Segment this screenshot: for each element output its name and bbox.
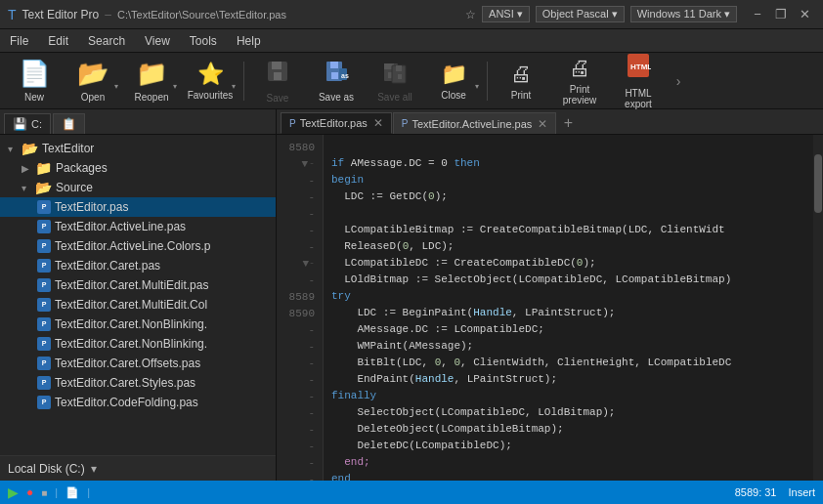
code-line-10: LDC := BeginPaint(Handle, LPaintStruct); bbox=[331, 307, 615, 318]
tree-item-caret[interactable]: P TextEditor.Caret.pas bbox=[0, 256, 276, 275]
file-badge-9: P bbox=[37, 376, 51, 390]
minimize-button[interactable]: − bbox=[747, 4, 768, 25]
close-button[interactable]: ✕ bbox=[794, 4, 815, 25]
tree-label-file9: TextEditor.Caret.Styles.pas bbox=[55, 376, 195, 390]
title-separator: – bbox=[105, 8, 111, 21]
status-sep2: | bbox=[87, 486, 90, 498]
print-button[interactable]: 🖨 Print bbox=[493, 57, 549, 105]
line-num-dot4: - bbox=[277, 205, 323, 222]
editor-tab-icon-1: P bbox=[289, 118, 296, 129]
favourites-button[interactable]: ⭐ Favourites ▾ bbox=[182, 57, 238, 105]
svg-rect-12 bbox=[396, 65, 402, 71]
status-file-icon: 📄 bbox=[65, 486, 79, 499]
vertical-scrollbar[interactable] bbox=[813, 135, 823, 481]
code-line-11: AMessage.DC := LCompatibleDC; bbox=[331, 323, 544, 335]
tree-item-nonblinking2[interactable]: P TextEditor.Caret.NonBlinking. bbox=[0, 334, 276, 354]
drive-arrow[interactable]: ▾ bbox=[91, 462, 97, 476]
save-button[interactable]: Save bbox=[249, 57, 306, 105]
tab-drive-c[interactable]: 💾 C: bbox=[4, 113, 51, 134]
code-line-3: LDC := GetDC(0); bbox=[331, 190, 448, 202]
status-record[interactable]: ● bbox=[26, 485, 33, 499]
file-badge-7: P bbox=[37, 337, 51, 351]
code-line-2: begin bbox=[331, 174, 364, 186]
line-numbers: 8580 ▼- - - - - - ▼- - 8589 8590 - - - -… bbox=[277, 135, 324, 481]
tree-item-offsets[interactable]: P TextEditor.Caret.Offsets.pas bbox=[0, 354, 276, 373]
status-stop[interactable]: ■ bbox=[41, 487, 47, 498]
scrollbar-thumb[interactable] bbox=[814, 154, 822, 213]
bookmark-icon[interactable]: ☆ bbox=[465, 8, 476, 21]
new-tab-button[interactable]: + bbox=[557, 112, 579, 134]
print-preview-button[interactable]: 🖨 Print preview bbox=[551, 57, 608, 105]
status-play[interactable]: ▶ bbox=[8, 484, 19, 500]
close-file-button[interactable]: 📁 Close ▾ bbox=[425, 57, 482, 105]
theme-selector[interactable]: Windows 11 Dark ▾ bbox=[630, 6, 737, 22]
tree-item-caret-multiedit[interactable]: P TextEditor.Caret.MultiEdit.pas bbox=[0, 275, 276, 295]
saveas-button[interactable]: as Save as bbox=[308, 57, 365, 105]
html-export-label: HTML export bbox=[611, 88, 666, 109]
line-num-8580: 8580 bbox=[277, 139, 323, 155]
editor-tab-activeline[interactable]: P TextEditor.ActiveLine.pas ✕ bbox=[393, 112, 557, 134]
tree-item-activeline[interactable]: P TextEditor.ActiveLine.pas bbox=[0, 217, 276, 236]
tree-arrow-texteditor: ▾ bbox=[8, 144, 22, 154]
tree-item-activeline-colors[interactable]: P TextEditor.ActiveLine.Colors.p bbox=[0, 236, 276, 256]
line-num-dot16: - bbox=[277, 438, 323, 454]
tree-item-codefolding[interactable]: P TextEditor.CodeFolding.pas bbox=[0, 393, 276, 412]
language-selector[interactable]: Object Pascal ▾ bbox=[536, 6, 625, 22]
reopen-arrow: ▾ bbox=[173, 82, 177, 91]
svg-rect-4 bbox=[330, 62, 338, 68]
code-line-17: DeleteObject(LCompatibleBitmap); bbox=[331, 423, 564, 435]
line-num-dot7: ▼- bbox=[277, 255, 323, 272]
left-panel-bottom: Local Disk (C:) ▾ bbox=[0, 455, 276, 481]
menu-item-edit[interactable]: Edit bbox=[38, 29, 78, 52]
open-icon: 📂 bbox=[77, 59, 108, 89]
menu-item-help[interactable]: Help bbox=[227, 29, 271, 52]
menu-item-file[interactable]: File bbox=[0, 29, 38, 52]
code-line-20: end bbox=[331, 473, 351, 481]
line-num-dot1: ▼- bbox=[277, 155, 323, 172]
menu-item-search[interactable]: Search bbox=[78, 29, 135, 52]
tree-item-nonblinking1[interactable]: P TextEditor.Caret.NonBlinking. bbox=[0, 315, 276, 334]
folder-open-icon-source: 📂 bbox=[35, 180, 52, 195]
toolbar-more[interactable]: › bbox=[669, 57, 688, 105]
code-content[interactable]: if AMessage.DC = 0 then begin LDC := Get… bbox=[324, 135, 813, 481]
folder-open-icon: 📂 bbox=[22, 141, 38, 156]
tree-label-file3: TextEditor.Caret.pas bbox=[55, 259, 160, 273]
editor-tab-texteditor[interactable]: P TextEditor.pas ✕ bbox=[281, 112, 392, 134]
tree-item-texteditor[interactable]: ▾ 📂 TextEditor bbox=[0, 139, 276, 158]
file-tree: ▾ 📂 TextEditor ▶ 📁 Packages ▾ 📂 Source bbox=[0, 135, 276, 455]
file-badge-2: P bbox=[37, 239, 51, 253]
tree-item-styles[interactable]: P TextEditor.Caret.Styles.pas bbox=[0, 373, 276, 393]
html-export-button[interactable]: HTML HTML export bbox=[610, 57, 667, 105]
tree-item-source[interactable]: ▾ 📂 Source bbox=[0, 178, 276, 197]
drive-icon: 💾 bbox=[13, 117, 27, 131]
encoding-selector[interactable]: ANSI ▾ bbox=[482, 6, 530, 22]
svg-rect-5 bbox=[331, 72, 338, 79]
favourites-arrow: ▾ bbox=[232, 82, 236, 91]
reopen-button[interactable]: 📁 Reopen ▾ bbox=[123, 57, 180, 105]
menu-item-view[interactable]: View bbox=[135, 29, 180, 52]
tree-item-texteditor-pas[interactable]: P TextEditor.pas bbox=[0, 197, 276, 217]
line-num-dot17: - bbox=[277, 454, 323, 471]
tab-files[interactable]: 📋 bbox=[53, 113, 85, 134]
status-right: 8589: 31 Insert bbox=[735, 486, 815, 498]
tree-item-caret-multiedit-col[interactable]: P TextEditor.Caret.MultiEdit.Col bbox=[0, 295, 276, 315]
editor-tab-label-2: TextEditor.ActiveLine.pas bbox=[412, 118, 532, 130]
line-num-8590: 8590 bbox=[277, 305, 323, 321]
line-num-dot12: - bbox=[277, 371, 323, 388]
line-num-dot18: - bbox=[277, 471, 323, 481]
saveall-button[interactable]: Save all bbox=[367, 57, 423, 105]
tree-label-file10: TextEditor.CodeFolding.pas bbox=[55, 396, 198, 409]
file-path: C:\TextEditor\Source\TextEditor.pas bbox=[117, 9, 459, 21]
restore-button[interactable]: ❐ bbox=[770, 4, 792, 25]
tree-item-packages[interactable]: ▶ 📁 Packages bbox=[0, 158, 276, 178]
close-tab-1[interactable]: ✕ bbox=[373, 116, 383, 130]
open-button[interactable]: 📂 Open ▾ bbox=[65, 57, 121, 105]
drive-label: C: bbox=[31, 118, 42, 130]
tree-arrow-packages: ▶ bbox=[22, 163, 35, 174]
left-panel-tabs: 💾 C: 📋 bbox=[0, 109, 276, 135]
svg-text:HTML: HTML bbox=[630, 63, 651, 71]
close-tab-2[interactable]: ✕ bbox=[538, 117, 547, 131]
code-line-7: LCompatibleDC := CreateCompatibleDC(0); bbox=[331, 257, 596, 269]
menu-item-tools[interactable]: Tools bbox=[180, 29, 227, 52]
new-button[interactable]: 📄 New bbox=[6, 57, 63, 105]
